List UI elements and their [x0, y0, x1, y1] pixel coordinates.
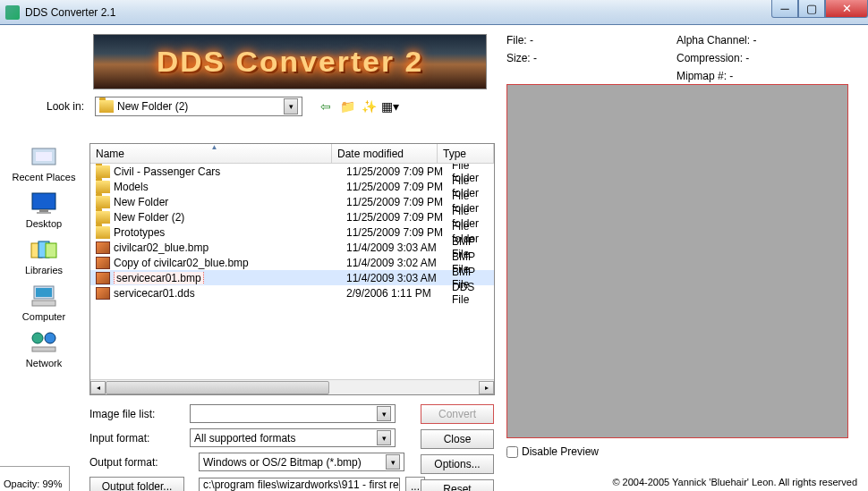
- info-file: File: -: [506, 34, 677, 47]
- file-date: 11/4/2009 3:03 AM: [346, 241, 452, 254]
- file-type: DDS File: [452, 281, 494, 306]
- places-recent[interactable]: Recent Places: [13, 143, 76, 182]
- preview-box: [506, 84, 848, 438]
- up-folder-icon[interactable]: 📁: [338, 97, 356, 115]
- banner-text: DDS Converter 2: [157, 46, 424, 79]
- places-desktop-label: Desktop: [26, 218, 62, 229]
- lookin-select[interactable]: New Folder (2) ▾: [95, 97, 302, 116]
- file-name: New Folder (2): [114, 211, 346, 224]
- scroll-thumb[interactable]: [106, 381, 329, 394]
- output-folder-button[interactable]: Output folder...: [89, 477, 184, 491]
- bmp-icon: [96, 241, 110, 254]
- svg-rect-4: [37, 212, 51, 214]
- folder-icon: [96, 196, 110, 208]
- file-row[interactable]: New Folder11/25/2009 7:09 PMFile folder: [90, 194, 494, 209]
- file-date: 11/25/2009 7:09 PM: [346, 211, 452, 224]
- opacity-indicator: Opacity: 99%: [0, 466, 70, 491]
- lookin-value: New Folder (2): [117, 100, 188, 113]
- svg-point-11: [32, 333, 43, 343]
- file-row[interactable]: servicecar01.bmp11/4/2009 3:03 AMBMP Fil…: [90, 270, 494, 285]
- file-row[interactable]: Prototypes11/25/2009 7:09 PMFile folder: [90, 224, 494, 240]
- output-format-label: Output format:: [89, 456, 193, 469]
- column-type[interactable]: Type: [438, 144, 494, 163]
- places-network[interactable]: Network: [26, 329, 62, 368]
- close-button[interactable]: Close: [421, 429, 494, 449]
- places-network-label: Network: [26, 358, 62, 368]
- dds-icon: [96, 287, 110, 300]
- image-file-list-label: Image file list:: [89, 408, 184, 420]
- file-row[interactable]: New Folder (2)11/25/2009 7:09 PMFile fol…: [90, 209, 494, 224]
- input-format-value: All supported formats: [194, 432, 295, 444]
- info-alpha: Alpha Channel: -: [677, 34, 756, 47]
- svg-rect-7: [46, 243, 56, 258]
- file-list-header: Name▲ Date modified Type: [90, 144, 494, 164]
- places-recent-label: Recent Places: [13, 172, 76, 182]
- close-window-button[interactable]: ✕: [825, 0, 868, 18]
- column-name[interactable]: Name▲: [90, 144, 332, 163]
- chevron-down-icon[interactable]: ▾: [386, 454, 400, 470]
- disable-preview-label: Disable Preview: [522, 445, 599, 458]
- file-row[interactable]: Models11/25/2009 7:09 PMFile folder: [90, 179, 494, 194]
- file-name: Civil - Passenger Cars: [114, 165, 346, 178]
- folder-icon: [96, 226, 110, 239]
- file-date: 11/4/2009 3:02 AM: [346, 257, 452, 269]
- bmp-icon: [96, 257, 110, 269]
- places-desktop[interactable]: Desktop: [26, 190, 62, 229]
- places-computer[interactable]: Computer: [22, 283, 65, 322]
- folder-icon: [99, 100, 114, 113]
- titlebar: DDS Converter 2.1 ─ ▢ ✕: [0, 0, 868, 25]
- maximize-button[interactable]: ▢: [798, 0, 825, 18]
- column-date[interactable]: Date modified: [332, 144, 438, 163]
- convert-button[interactable]: Convert: [421, 404, 494, 424]
- bmp-icon: [96, 272, 110, 284]
- options-button[interactable]: Options...: [421, 454, 494, 474]
- lookin-label: Look in:: [47, 100, 89, 113]
- input-format-select[interactable]: All supported formats ▾: [190, 428, 396, 447]
- chevron-down-icon[interactable]: ▾: [377, 406, 391, 421]
- horizontal-scrollbar[interactable]: ◂ ▸: [90, 379, 494, 394]
- file-name: civilcar02_blue.bmp: [114, 241, 346, 254]
- places-bar: Recent Places Desktop Libraries Computer…: [13, 143, 75, 368]
- file-date: 11/4/2009 3:03 AM: [346, 272, 452, 284]
- file-row[interactable]: Civil - Passenger Cars11/25/2009 7:09 PM…: [90, 164, 494, 179]
- info-size: Size: -: [506, 52, 677, 64]
- copyright-text: © 2004-2005 Yannick 'Bluehair' Leon. All…: [612, 477, 857, 487]
- places-computer-label: Computer: [22, 311, 65, 322]
- scroll-track[interactable]: [106, 381, 479, 394]
- back-icon[interactable]: ⇦: [317, 97, 335, 115]
- svg-rect-13: [32, 347, 55, 351]
- file-name: servicecar01.dds: [114, 287, 346, 300]
- app-icon: [5, 5, 20, 20]
- scroll-left-button[interactable]: ◂: [90, 381, 106, 394]
- disable-preview-checkbox[interactable]: [506, 446, 518, 458]
- view-menu-icon[interactable]: ▦▾: [381, 97, 399, 115]
- chevron-down-icon[interactable]: ▾: [284, 98, 298, 114]
- file-row[interactable]: civilcar02_blue.bmp11/4/2009 3:03 AMBMP …: [90, 240, 494, 255]
- input-format-label: Input format:: [89, 432, 184, 444]
- places-libraries[interactable]: Libraries: [25, 236, 63, 275]
- file-row[interactable]: servicecar01.dds2/9/2006 1:11 PMDDS File: [90, 285, 494, 301]
- info-compression: Compression: -: [677, 52, 749, 64]
- svg-point-12: [45, 333, 55, 343]
- svg-rect-9: [36, 288, 52, 297]
- svg-rect-2: [32, 193, 55, 209]
- file-name: servicecar01.bmp: [114, 272, 346, 284]
- output-format-select[interactable]: Windows or OS/2 Bitmap (*.bmp) ▾: [199, 453, 404, 471]
- file-list-body: Civil - Passenger Cars11/25/2009 7:09 PM…: [90, 164, 494, 379]
- file-date: 2/9/2006 1:11 PM: [346, 287, 452, 300]
- file-name: Prototypes: [114, 226, 346, 239]
- info-mipmap: Mipmap #: -: [677, 70, 733, 82]
- svg-rect-1: [36, 152, 52, 161]
- chevron-down-icon[interactable]: ▾: [377, 430, 391, 445]
- file-row[interactable]: Copy of civilcar02_blue.bmp11/4/2009 3:0…: [90, 255, 494, 270]
- svg-rect-10: [32, 301, 55, 306]
- output-folder-path[interactable]: c:\program files\wizardworks\911 - first…: [199, 478, 400, 492]
- places-libraries-label: Libraries: [25, 265, 63, 275]
- app-banner: DDS Converter 2: [93, 34, 487, 89]
- file-list: Name▲ Date modified Type Civil - Passeng…: [89, 143, 495, 395]
- reset-button[interactable]: Reset: [421, 479, 494, 491]
- new-folder-icon[interactable]: ✨: [360, 97, 378, 115]
- minimize-button[interactable]: ─: [771, 0, 798, 18]
- scroll-right-button[interactable]: ▸: [479, 381, 494, 394]
- image-file-list-select[interactable]: ▾: [190, 404, 396, 423]
